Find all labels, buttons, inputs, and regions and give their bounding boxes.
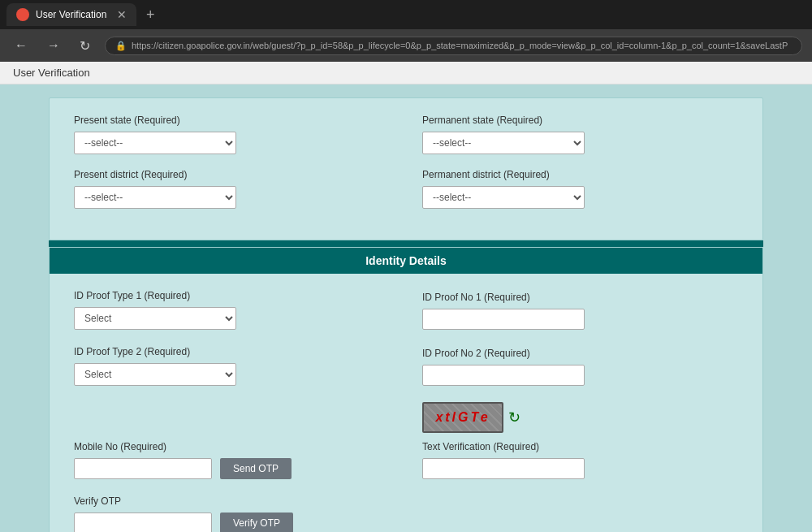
- lock-icon: 🔒: [115, 41, 127, 51]
- captcha-refresh-icon[interactable]: ↻: [508, 409, 520, 426]
- send-otp-button[interactable]: Send OTP: [220, 458, 292, 479]
- id-proof-no1-label: ID Proof No 1 (Required): [422, 292, 738, 303]
- mobile-no-label: Mobile No (Required): [74, 441, 390, 452]
- verify-otp-input[interactable]: [74, 513, 212, 532]
- permanent-district-group: Permanent district (Required) --select--: [422, 169, 738, 209]
- verify-otp-group: Verify OTP Verify OTP: [74, 495, 390, 532]
- id-proof-1-row: ID Proof Type 1 (Required) Select ID Pro…: [74, 290, 738, 330]
- present-district-select[interactable]: --select--: [74, 186, 236, 209]
- id-proof-no2-label: ID Proof No 2 (Required): [422, 348, 738, 359]
- back-button[interactable]: ←: [10, 37, 32, 54]
- text-verification-label: Text Verification (Required): [422, 441, 738, 452]
- tab-favicon: [16, 8, 29, 21]
- present-district-group: Present district (Required) --select--: [74, 169, 390, 209]
- present-state-label: Present state (Required): [74, 115, 390, 126]
- id-proof-type2-select[interactable]: Select: [74, 363, 236, 386]
- verify-otp-button[interactable]: Verify OTP: [220, 513, 293, 532]
- permanent-state-select[interactable]: --select--: [422, 132, 585, 154]
- browser-addressbar: ← → ↻ 🔒 https://citizen.goapolice.gov.in…: [0, 29, 812, 62]
- identity-body: ID Proof Type 1 (Required) Select ID Pro…: [50, 274, 762, 532]
- id-proof-no2-input[interactable]: [422, 365, 585, 386]
- id-proof-type2-group: ID Proof Type 2 (Required) Select: [74, 346, 390, 386]
- breadcrumb: User Verification: [0, 62, 812, 84]
- verify-otp-label: Verify OTP: [74, 495, 390, 507]
- captcha-display: xtlGTe: [435, 410, 490, 425]
- id-proof-no2-group: ID Proof No 2 (Required): [422, 348, 738, 386]
- text-verification-input[interactable]: [422, 458, 585, 479]
- present-state-group: Present state (Required) --select--: [74, 115, 390, 154]
- id-proof-no1-group: ID Proof No 1 (Required): [422, 292, 738, 330]
- id-proof-type1-select[interactable]: Select: [74, 307, 236, 330]
- address-form-section: Present state (Required) --select-- Perm…: [49, 97, 763, 240]
- address-field[interactable]: 🔒 https://citizen.goapolice.gov.in/web/g…: [105, 37, 802, 55]
- id-proof-no1-input[interactable]: [422, 309, 585, 330]
- identity-section: Identity Details ID Proof Type 1 (Requir…: [49, 247, 763, 532]
- id-proof-type2-label: ID Proof Type 2 (Required): [74, 346, 390, 357]
- forward-button[interactable]: →: [42, 37, 65, 54]
- permanent-district-select[interactable]: --select--: [422, 186, 585, 209]
- mobile-no-group: Mobile No (Required) Send OTP: [74, 441, 390, 479]
- tab-title: User Verification: [36, 9, 106, 20]
- id-proof-type1-group: ID Proof Type 1 (Required) Select: [74, 290, 390, 330]
- identity-section-title: Identity Details: [365, 254, 447, 267]
- breadcrumb-text: User Verification: [13, 67, 90, 79]
- new-tab-button[interactable]: +: [143, 6, 158, 24]
- refresh-button[interactable]: ↻: [75, 37, 95, 55]
- main-content: Present state (Required) --select-- Perm…: [0, 84, 812, 532]
- state-row: Present state (Required) --select-- Perm…: [74, 115, 738, 154]
- district-row: Present district (Required) --select-- P…: [74, 169, 738, 209]
- mobile-no-input[interactable]: [74, 458, 212, 479]
- id-proof-2-row: ID Proof Type 2 (Required) Select ID Pro…: [74, 346, 738, 386]
- section-divider: [49, 240, 763, 247]
- mobile-captcha-row: Mobile No (Required) Send OTP xtlGTe ↻ T…: [74, 402, 738, 479]
- verify-otp-row: Verify OTP Verify OTP: [74, 495, 738, 532]
- captcha-group: xtlGTe ↻ Text Verification (Required): [422, 402, 738, 479]
- permanent-state-label: Permanent state (Required): [422, 115, 738, 126]
- browser-tab[interactable]: User Verification ✕: [6, 3, 136, 26]
- identity-section-header: Identity Details: [50, 248, 762, 274]
- permanent-state-group: Permanent state (Required) --select--: [422, 115, 738, 154]
- captcha-image: xtlGTe: [422, 402, 503, 433]
- present-district-label: Present district (Required): [74, 169, 390, 180]
- tab-close-button[interactable]: ✕: [117, 8, 127, 21]
- browser-titlebar: User Verification ✕ +: [0, 0, 812, 29]
- id-proof-type1-label: ID Proof Type 1 (Required): [74, 290, 390, 301]
- present-state-select[interactable]: --select--: [74, 132, 236, 154]
- captcha-container: xtlGTe ↻: [422, 402, 738, 433]
- permanent-district-label: Permanent district (Required): [422, 169, 738, 180]
- url-text: https://citizen.goapolice.gov.in/web/gue…: [132, 41, 788, 50]
